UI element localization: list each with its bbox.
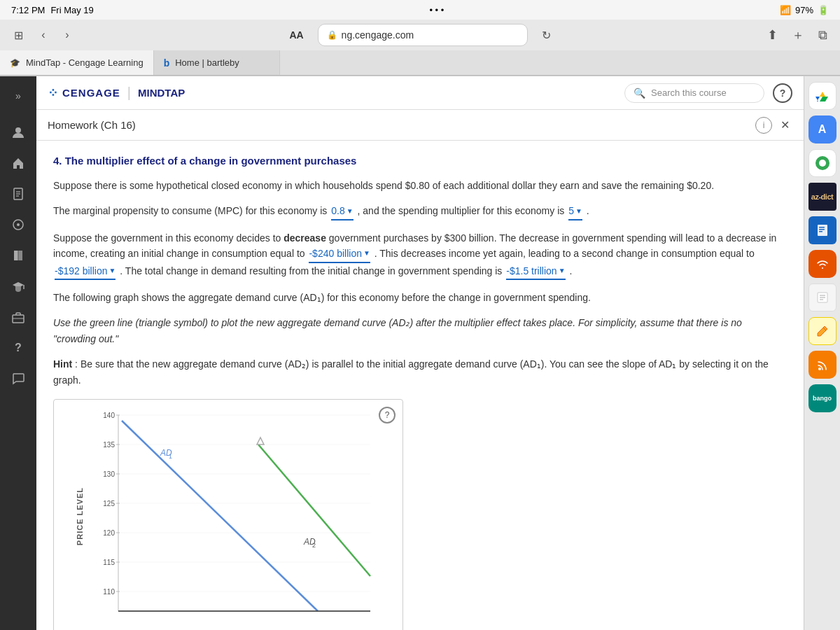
p3-prefix: Suppose the government in this economy d… xyxy=(53,232,281,244)
url-field[interactable]: 🔒 ng.cengage.com xyxy=(318,24,528,46)
ad1-subscript: 1 xyxy=(169,453,172,460)
browser-chrome: ⊞ ‹ › AA 🔒 ng.cengage.com ↻ ⬆ ＋ ⧉ 🎓 Mind… xyxy=(0,20,840,76)
home-icon xyxy=(11,156,25,170)
app-icon-google-drive[interactable] xyxy=(808,82,836,110)
page-actions: i ✕ xyxy=(755,115,792,134)
user-icon xyxy=(11,125,25,139)
svg-text:120: 120 xyxy=(103,529,115,537)
decrease-word: decrease xyxy=(284,232,326,244)
sidebar-item-circle[interactable] xyxy=(4,211,32,239)
pencil-app-icon xyxy=(815,323,830,339)
question-title: 4. The multiplier effect of a change in … xyxy=(53,155,787,167)
app-icon-pencil[interactable] xyxy=(808,317,836,345)
ad2-line[interactable] xyxy=(258,444,370,576)
sidebar-item-home[interactable] xyxy=(4,149,32,177)
svg-point-37 xyxy=(819,160,826,167)
svg-rect-40 xyxy=(819,229,825,230)
sidebar-item-user[interactable] xyxy=(4,118,32,146)
browser-navigation: ‹ › xyxy=(34,25,77,45)
mpc-dropdown[interactable]: 0.8 ▼ xyxy=(331,203,353,220)
sidebar-item-briefcase[interactable] xyxy=(4,303,32,331)
consumption1-dropdown[interactable]: -$240 billion ▼ xyxy=(309,246,370,262)
add-tab-button[interactable]: ＋ xyxy=(788,24,808,46)
sidebar-item-book[interactable] xyxy=(4,241,32,270)
sidebar-item-comment[interactable] xyxy=(4,365,32,393)
mindtap-tab-label: MindTap - Cengage Learning xyxy=(26,57,144,68)
dots-menu: • • • xyxy=(429,5,444,15)
sidebar-item-help[interactable]: ? xyxy=(4,334,32,362)
svg-text:125: 125 xyxy=(103,500,115,507)
sidebar-item-graduation[interactable] xyxy=(4,272,32,300)
p3-mid2: . This decreases income yet again, leadi… xyxy=(374,248,755,259)
page-title: Homework (Ch 16) xyxy=(48,119,755,131)
search-bar[interactable]: 🔍 Search this course xyxy=(624,83,764,103)
reload-button[interactable]: ↻ xyxy=(536,26,556,45)
svg-rect-41 xyxy=(819,231,822,232)
multiplier-dropdown[interactable]: 5 ▼ xyxy=(568,203,582,220)
svg-text:115: 115 xyxy=(103,559,115,566)
hint-text: Hint : Be sure that the new aggregate de… xyxy=(53,356,787,388)
svg-point-6 xyxy=(17,223,20,226)
sidebar-item-document[interactable] xyxy=(4,180,32,208)
mindtap-favicon: 🎓 xyxy=(10,58,20,68)
tabs-button[interactable]: ⧉ xyxy=(814,25,832,46)
briefcase-icon xyxy=(11,310,25,324)
circle-app-icon xyxy=(814,155,831,172)
app-icon-rss[interactable] xyxy=(808,351,836,379)
document-icon xyxy=(11,187,25,201)
paragraph-1: Suppose there is some hypothetical close… xyxy=(53,178,787,193)
right-sidebar: A az-dict xyxy=(804,76,840,630)
rss-app-icon xyxy=(815,357,830,372)
logo-divider: | xyxy=(127,85,131,101)
logo-cengage: CENGAGE xyxy=(62,87,120,99)
share-button[interactable]: ⬆ xyxy=(763,24,782,46)
consumption2-dropdown[interactable]: -$192 billion ▼ xyxy=(55,263,115,280)
time-display: 7:12 PM xyxy=(11,5,45,15)
app-icon-circle[interactable] xyxy=(808,149,836,177)
status-indicators: 📶 97% 🔋 xyxy=(780,5,829,15)
lock-icon: 🔒 xyxy=(327,30,337,40)
back-button[interactable]: ‹ xyxy=(34,25,53,45)
paragraph-2: The marginal propensity to consume (MPC)… xyxy=(53,203,787,220)
close-button[interactable]: ✕ xyxy=(778,115,792,134)
y-axis-label: PRICE LEVEL xyxy=(76,487,84,545)
app-icon-blue-book[interactable] xyxy=(808,216,836,244)
p2-prefix: The marginal propensity to consume (MPC)… xyxy=(53,205,327,216)
book-app-icon xyxy=(815,223,830,238)
info-button[interactable]: i xyxy=(755,117,772,134)
comment-icon xyxy=(11,372,25,386)
svg-point-0 xyxy=(15,127,21,133)
bartleby-tab-label: Home | bartleby xyxy=(175,57,269,68)
app-icon-az-dict[interactable]: az-dict xyxy=(808,183,836,211)
tab-mindtap[interactable]: 🎓 MindTap - Cengage Learning xyxy=(0,50,154,75)
paragraph-3: Suppose the government in this economy d… xyxy=(53,230,787,280)
app-icon-wifi[interactable] xyxy=(808,250,836,278)
tab-bartleby[interactable]: b Home | bartleby xyxy=(154,50,280,75)
browser-toolbar: ⊞ ‹ › AA 🔒 ng.cengage.com ↻ ⬆ ＋ ⧉ xyxy=(0,20,840,50)
battery-icon: 🔋 xyxy=(818,5,829,15)
p2-suffix: . xyxy=(587,205,589,216)
ad1-line[interactable] xyxy=(122,421,318,611)
url-text: ng.cengage.com xyxy=(342,29,414,41)
question-number: 4. xyxy=(53,155,62,167)
sidebar-toggle-button[interactable]: ⊞ xyxy=(8,25,28,45)
az-label: az-dict xyxy=(811,192,833,201)
search-icon: 🔍 xyxy=(634,88,645,99)
browser-actions: ⬆ ＋ ⧉ xyxy=(763,24,832,46)
forward-button[interactable]: › xyxy=(57,25,77,45)
app-icon-notepad[interactable] xyxy=(808,284,836,312)
app-help-button[interactable]: ? xyxy=(773,83,792,103)
total-change-dropdown[interactable]: -$1.5 trillion ▼ xyxy=(506,263,565,280)
bango-label: bango xyxy=(813,395,832,402)
hint-label: Hint xyxy=(53,358,72,370)
sidebar-expand-icon[interactable]: » xyxy=(4,82,32,110)
status-bar-center: • • • xyxy=(429,5,444,15)
app-icon-google-docs[interactable]: A xyxy=(808,115,836,144)
text-size-button[interactable]: AA xyxy=(284,27,309,43)
app-icon-bango[interactable]: bango xyxy=(808,384,836,412)
triangle-symbol xyxy=(257,438,264,444)
p3-suffix: . xyxy=(569,265,572,276)
status-bar: 7:12 PM Fri May 19 • • • 📶 97% 🔋 xyxy=(0,0,840,20)
svg-point-47 xyxy=(818,368,821,370)
graph-svg[interactable]: 140 135 130 125 120 xyxy=(97,408,377,625)
